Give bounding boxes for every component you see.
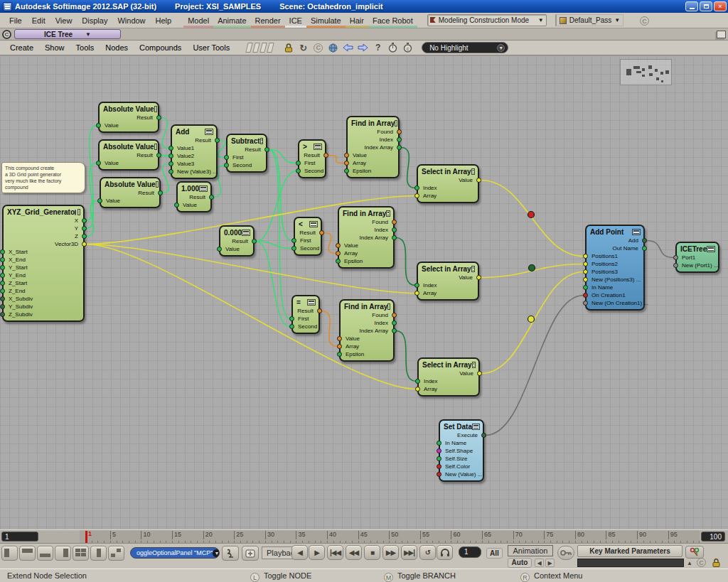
port-in-second[interactable]: Second — [299, 167, 325, 175]
help-icon[interactable]: ? — [371, 42, 385, 54]
lock-icon[interactable] — [282, 42, 295, 54]
port-in-new-value-[interactable]: New (Value) ... — [440, 470, 483, 478]
port-out-result[interactable]: Result — [295, 229, 321, 237]
ice-menu-show[interactable]: Show — [39, 41, 70, 54]
first-aid-icon[interactable] — [242, 546, 259, 561]
stop-button[interactable]: ■ — [364, 545, 380, 560]
port-in-value[interactable]: Value — [101, 197, 159, 205]
port-in-array[interactable]: Array — [339, 249, 393, 257]
node-menu-icon[interactable] — [472, 362, 476, 368]
port-in-positions3[interactable]: Positions3 — [587, 268, 643, 276]
node-setdata[interactable]: Set DataExecuteIn NameSelf.ShapeSelf.Siz… — [439, 419, 484, 482]
port-out-result[interactable]: Result — [228, 146, 266, 153]
node-find2[interactable]: Find in ArrayFoundIndexIndex ArrayValueA… — [338, 206, 395, 269]
highlight-mode-dropdown[interactable]: No Highlight ▼ — [422, 42, 508, 53]
port-out-found[interactable]: Found — [341, 311, 393, 319]
port-in-value1[interactable]: Value1 — [172, 144, 216, 152]
module-menu-animate[interactable]: Animate — [213, 15, 250, 28]
forward-arrow-icon[interactable] — [356, 42, 370, 54]
port-out-vector3d[interactable]: Vector3D — [4, 240, 83, 248]
wire-eq-Result--find3-Array[interactable] — [321, 311, 338, 347]
script-editor-icon[interactable] — [222, 546, 239, 561]
node-menu-icon[interactable] — [260, 138, 263, 144]
ice-menu-user-tools[interactable]: User Tools — [187, 41, 235, 54]
port-in-value3[interactable]: Value3 — [172, 160, 216, 168]
port-in-epsilon[interactable]: Epsilon — [341, 350, 393, 358]
port-out-result[interactable]: Result — [293, 307, 318, 315]
panel-layout-icon[interactable] — [717, 31, 726, 38]
node-sel1[interactable]: Select in ArrayValueIndexArray — [417, 164, 479, 203]
port-in-y-subdiv[interactable]: Y_Subdiv — [4, 303, 83, 311]
port-in-new-positions3-[interactable]: New (Positions3) ... — [587, 276, 643, 284]
node-add[interactable]: AddResultValue1Value2Value3New (Value3) … — [171, 124, 218, 179]
port-out-found[interactable]: Found — [339, 218, 393, 226]
port-in-second[interactable]: Second — [295, 244, 321, 252]
port-in-x-end[interactable]: X_End — [4, 256, 83, 264]
node-gt[interactable]: >ResultFirstSecond — [298, 139, 326, 178]
port-in-value[interactable]: Value — [178, 201, 210, 209]
menu-window[interactable]: Window — [112, 14, 150, 27]
port-in-x-start[interactable]: X_Start — [4, 248, 83, 256]
port-in-index[interactable]: Index — [419, 377, 478, 385]
menu-display[interactable]: Display — [77, 14, 112, 27]
wire-abs3-Result--add-Value3[interactable] — [162, 164, 169, 193]
wire-find1-Index-Array--sel1-Index[interactable] — [401, 148, 415, 188]
wire-zero-Result--gt-Second[interactable] — [256, 171, 296, 242]
layout-button-1[interactable] — [1, 546, 18, 561]
wire-sel1-Value--addpoint-Positions1[interactable] — [481, 180, 584, 257]
all-button[interactable]: All — [486, 548, 503, 559]
sync-c-icon[interactable]: C — [640, 16, 649, 26]
tab-ice-tree[interactable]: ICE Tree ▼ — [14, 29, 121, 39]
port-out-out-name[interactable]: Out Name — [587, 244, 643, 252]
port-out-index-array[interactable]: Index Array — [348, 144, 398, 151]
timeline-start-frame[interactable]: 1 — [1, 532, 38, 541]
node-abs1[interactable]: Absolute ValueResultValue — [98, 102, 159, 133]
key-icon[interactable] — [557, 546, 574, 560]
stopwatch-cache-icon[interactable]: c — [401, 42, 414, 54]
ice-menu-nodes[interactable]: Nodes — [100, 41, 134, 54]
node-menu-icon[interactable] — [707, 246, 715, 252]
restore-button[interactable] — [700, 1, 712, 11]
back-arrow-icon[interactable] — [341, 42, 355, 54]
layout-button-5[interactable] — [73, 546, 89, 561]
port-out-execute[interactable]: Execute — [440, 431, 483, 439]
port-in-y-end[interactable]: Y_End — [4, 271, 83, 279]
node-menu-icon[interactable] — [386, 210, 390, 217]
module-menu-render[interactable]: Render — [251, 15, 285, 28]
layout-button-6[interactable] — [90, 546, 107, 561]
node-menu-icon[interactable] — [471, 168, 475, 175]
port-in-y-start[interactable]: Y_Start — [4, 264, 83, 271]
play-forward-button[interactable]: ▶▶ — [382, 545, 399, 560]
port-in-new-on-creation1-[interactable]: New (On Creation1) ... — [587, 299, 643, 307]
wire-zero-Result--lt-Second[interactable] — [256, 242, 292, 249]
port-in-self-shape[interactable]: Self.Shape — [440, 447, 483, 455]
port-out-found[interactable]: Found — [348, 128, 398, 136]
port-in-index[interactable]: Index — [418, 281, 478, 289]
port-in-epsilon[interactable]: Epsilon — [339, 257, 393, 265]
navigator-minimap[interactable] — [620, 59, 672, 85]
close-button[interactable]: × — [714, 1, 727, 11]
port-out-z[interactable]: Z — [4, 232, 83, 240]
wire-xyz-X--abs1-Value[interactable] — [86, 126, 97, 221]
node-menu-icon[interactable] — [156, 181, 159, 188]
node-menu-icon[interactable] — [307, 299, 316, 306]
port-out-value[interactable]: Value — [418, 176, 478, 184]
port-out-result[interactable]: Result — [172, 136, 216, 144]
node-one[interactable]: 1.000ResultValue — [176, 181, 212, 212]
port-out-value[interactable]: Value — [419, 370, 478, 377]
wire-marker[interactable] — [528, 212, 535, 218]
globe-icon[interactable] — [326, 42, 340, 54]
menu-help[interactable]: Help — [151, 14, 177, 27]
timeline[interactable]: 1 1 510152025303540455055606570758085909… — [0, 529, 728, 543]
menu-file[interactable]: File — [4, 14, 27, 27]
port-in-value2[interactable]: Value2 — [172, 152, 216, 160]
port-in-first[interactable]: First — [299, 159, 325, 167]
port-in-first[interactable]: First — [228, 153, 266, 161]
port-in-positions2[interactable]: Positions2 — [587, 260, 643, 268]
module-menu-model[interactable]: Model — [183, 15, 213, 28]
node-icetree[interactable]: ICETreePort1New (Port1) ... — [675, 242, 719, 273]
animation-menu-button[interactable]: Animation — [508, 545, 553, 556]
port-in-port1[interactable]: Port1 — [677, 254, 718, 262]
port-in-second[interactable]: Second — [293, 323, 318, 330]
module-menu-hair[interactable]: Hair — [346, 15, 368, 28]
